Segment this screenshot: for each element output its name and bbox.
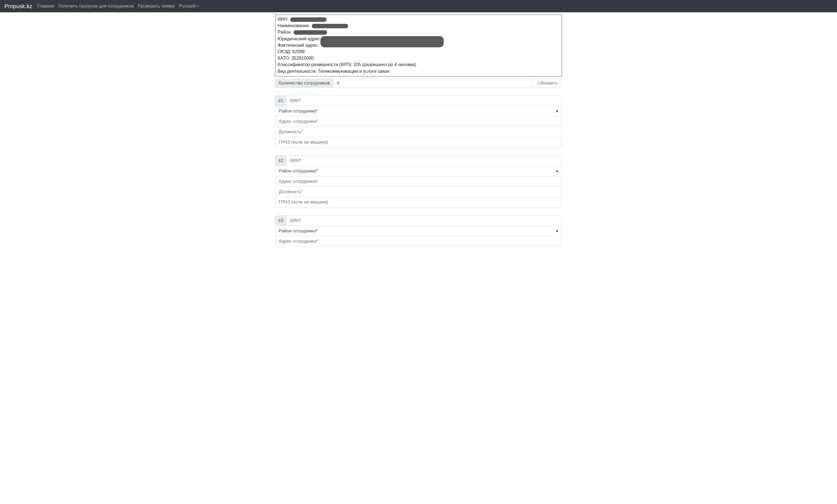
employee-address-input[interactable]: [275, 176, 562, 186]
activity-value: Телекоммуникации и услуги связи: [318, 69, 389, 74]
oked-value: 62099: [292, 49, 305, 54]
brand[interactable]: Propusk.kz: [4, 3, 32, 10]
employee-index: #1: [275, 96, 287, 106]
kato-value: 352810000: [291, 56, 314, 60]
addresses-redacted: [320, 36, 444, 47]
employee-block-2: #2Район сотрудника*: [275, 156, 562, 208]
employee-index: #3: [275, 216, 287, 226]
employee-block-3: #3Район сотрудника*: [275, 215, 562, 247]
employee-count-label: Количество сотрудников: [275, 79, 333, 88]
actual-addr-label: Фактический адрес:: [278, 43, 319, 48]
navbar: Propusk.kz Главная Получить пропуски для…: [0, 0, 837, 12]
company-name-redacted: [312, 24, 348, 28]
employee-district-select[interactable]: Район сотрудника*: [275, 226, 562, 236]
district-label: Район:: [278, 30, 291, 34]
activity-label: Вид деятельности:: [278, 69, 317, 74]
employee-district-select[interactable]: Район сотрудника*: [275, 106, 562, 116]
oked-label: ОКЭД:: [278, 49, 291, 54]
employee-iin-input[interactable]: [287, 156, 562, 166]
employee-block-1: #1Район сотрудника*: [275, 95, 562, 147]
employee-iin-input[interactable]: [287, 96, 562, 106]
employee-grnz-input[interactable]: [275, 197, 562, 207]
chevron-down-icon: [197, 5, 199, 7]
nav-get-pass[interactable]: Получить пропуски для сотрудников: [58, 4, 134, 9]
nav-lang-dropdown[interactable]: Русский: [179, 4, 199, 9]
nav-home[interactable]: Главная: [37, 4, 54, 9]
nav-lang-label: Русский: [179, 4, 196, 9]
krp-label: Классификатор размерности (КРП):: [278, 62, 352, 67]
company-name-label: Наименование:: [278, 23, 310, 28]
employee-count-group: Количество сотрудников Обновить: [275, 79, 562, 88]
main-container: ИИН: Наименование: Район: Юридический ад…: [273, 15, 564, 247]
employee-count-input[interactable]: [333, 79, 531, 88]
employee-district-select[interactable]: Район сотрудника*: [275, 166, 562, 176]
update-button[interactable]: Обновить: [533, 79, 562, 88]
kato-label: КАТО:: [278, 56, 290, 60]
employee-iin-input[interactable]: [287, 216, 562, 226]
employee-address-input[interactable]: [275, 116, 562, 127]
iin-label: ИИН:: [278, 17, 288, 21]
employee-index: #2: [275, 156, 287, 166]
krp-value: 105 (разрешено до 4 человек): [354, 62, 416, 67]
company-info-card: ИИН: Наименование: Район: Юридический ад…: [275, 15, 562, 76]
employee-grnz-input[interactable]: [275, 137, 562, 147]
district-value-redacted: [293, 30, 327, 35]
employee-position-input[interactable]: [275, 187, 562, 197]
employee-address-input[interactable]: [275, 236, 562, 247]
iin-value-redacted: [290, 17, 327, 22]
nav-check[interactable]: Проверить заявку: [138, 4, 175, 9]
employee-position-input[interactable]: [275, 127, 562, 137]
legal-addr-label: Юридический адрес: [278, 36, 320, 41]
